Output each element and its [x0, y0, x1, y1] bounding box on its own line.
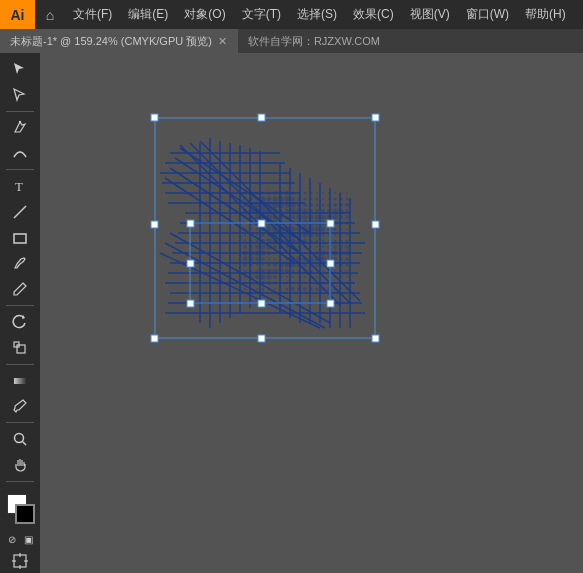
svg-point-204 [315, 233, 319, 237]
svg-point-177 [261, 227, 265, 231]
svg-point-268 [268, 258, 270, 260]
svg-point-353 [346, 282, 348, 284]
svg-point-175 [250, 228, 252, 230]
svg-point-98 [328, 198, 330, 200]
svg-point-239 [310, 246, 312, 248]
svg-point-203 [309, 233, 314, 238]
svg-point-187 [321, 227, 325, 231]
svg-point-298 [340, 264, 343, 267]
scale-tool[interactable] [3, 336, 37, 360]
svg-point-321 [261, 275, 266, 280]
svg-point-131 [309, 209, 313, 213]
svg-point-110 [291, 203, 296, 208]
svg-point-200 [290, 232, 296, 238]
color-mode-icons: ⊘ ▣ [4, 532, 36, 547]
svg-point-301 [250, 270, 252, 272]
hand-tool[interactable] [3, 453, 37, 477]
svg-rect-21 [258, 335, 265, 342]
svg-point-234 [279, 245, 283, 249]
svg-point-138 [244, 216, 247, 219]
svg-point-292 [303, 263, 307, 267]
svg-rect-377 [327, 300, 334, 307]
svg-point-81 [334, 192, 336, 194]
rotate-tool[interactable] [3, 310, 37, 334]
tab-bar: 未标题-1* @ 159.24% (CMYK/GPU 预览) ✕ 软件自学网：R… [0, 29, 583, 53]
svg-point-309 [298, 270, 301, 273]
svg-point-184 [302, 226, 308, 232]
menu-view[interactable]: 视图(V) [402, 0, 458, 29]
svg-point-105 [260, 202, 266, 208]
svg-point-77 [310, 192, 313, 195]
none-icon[interactable]: ⊘ [4, 532, 19, 547]
svg-point-141 [260, 214, 266, 220]
svg-point-116 [328, 204, 331, 207]
pencil-tool[interactable] [3, 277, 37, 301]
svg-point-196 [267, 233, 271, 237]
eyedropper-tool[interactable] [3, 394, 37, 418]
svg-point-269 [274, 258, 276, 260]
menu-help[interactable]: 帮助(H) [517, 0, 574, 29]
svg-point-124 [266, 208, 272, 214]
line-tool[interactable] [3, 200, 37, 224]
gradient-tool[interactable] [3, 369, 37, 393]
stroke-color[interactable] [15, 504, 35, 524]
direct-selection-tool[interactable] [3, 83, 37, 107]
paintbrush-tool[interactable] [3, 252, 37, 276]
svg-point-102 [243, 203, 247, 207]
artboard-tool[interactable] [3, 549, 37, 573]
tab-close-button[interactable]: ✕ [218, 35, 227, 48]
svg-point-280 [339, 257, 343, 261]
rectangle-tool[interactable] [3, 226, 37, 250]
svg-point-359 [274, 288, 276, 290]
color-controls[interactable] [3, 490, 37, 527]
svg-point-111 [297, 203, 301, 207]
menu-file[interactable]: 文件(F) [65, 0, 120, 29]
svg-point-139 [249, 215, 253, 219]
svg-point-371 [346, 288, 348, 290]
svg-point-137 [345, 209, 349, 213]
menu-object[interactable]: 对象(O) [176, 0, 233, 29]
separator-6 [6, 481, 34, 482]
svg-point-132 [315, 209, 319, 213]
svg-point-255 [298, 252, 300, 254]
svg-point-263 [345, 251, 350, 256]
pen-tool[interactable] [3, 116, 37, 140]
svg-line-8 [23, 442, 27, 446]
svg-point-289 [285, 263, 290, 268]
svg-point-230 [255, 245, 259, 249]
svg-point-71 [273, 191, 277, 195]
menu-edit[interactable]: 编辑(E) [120, 0, 176, 29]
selection-tool[interactable] [3, 57, 37, 81]
svg-point-113 [309, 203, 313, 207]
svg-point-348 [316, 282, 319, 285]
curvature-tool[interactable] [3, 141, 37, 165]
svg-point-232 [267, 245, 272, 250]
svg-point-134 [327, 209, 331, 213]
svg-point-130 [303, 209, 308, 214]
menu-type[interactable]: 文字(T) [234, 0, 289, 29]
svg-point-189 [334, 228, 337, 231]
menu-select[interactable]: 选择(S) [289, 0, 345, 29]
svg-point-107 [272, 202, 278, 208]
canvas-area[interactable] [40, 53, 583, 573]
svg-point-95 [310, 198, 313, 201]
tab-active[interactable]: 未标题-1* @ 159.24% (CMYK/GPU 预览) ✕ [0, 29, 237, 53]
gradient-swatch[interactable]: ▣ [21, 532, 36, 547]
svg-point-117 [333, 203, 337, 207]
svg-line-2 [14, 206, 26, 218]
menu-window[interactable]: 窗口(W) [458, 0, 517, 29]
svg-point-334 [340, 276, 342, 278]
svg-point-313 [322, 270, 324, 272]
separator-5 [6, 422, 34, 423]
svg-point-293 [309, 263, 313, 267]
svg-point-345 [298, 282, 300, 284]
svg-point-308 [292, 270, 295, 273]
svg-point-155 [345, 215, 349, 219]
type-tool[interactable]: T [3, 174, 37, 198]
svg-point-76 [304, 192, 307, 195]
tab-inactive[interactable]: 软件自学网：RJZXW.COM [237, 29, 390, 53]
menu-effect[interactable]: 效果(C) [345, 0, 402, 29]
svg-point-336 [244, 282, 246, 284]
zoom-tool[interactable] [3, 427, 37, 451]
home-button[interactable]: ⌂ [35, 0, 65, 29]
